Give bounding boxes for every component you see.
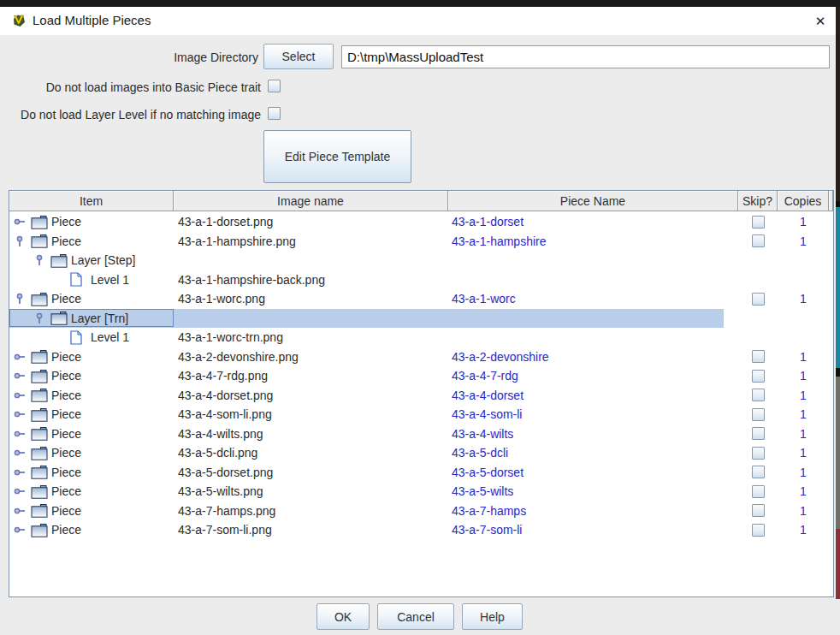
table-row[interactable]: Piece43-a-4-dorset.png43-a-4-dorset1 <box>9 386 833 406</box>
edit-piece-template-button[interactable]: Edit Piece Template <box>263 130 411 183</box>
item-label: Piece <box>51 520 81 540</box>
table-row[interactable]: Piece43-a-4-wilts.png43-a-4-wilts1 <box>9 424 833 444</box>
image-name-cell: 43-a-5-wilts.png <box>178 482 263 501</box>
skip-checkbox[interactable] <box>752 293 765 306</box>
piece-name-cell[interactable]: 43-a-4-7-rdg <box>452 366 518 386</box>
image-name-cell: 43-a-7-hamps.png <box>178 501 275 521</box>
image-name-cell: 43-a-1-worc.png <box>178 289 265 309</box>
close-icon: ✕ <box>815 14 826 28</box>
table-row[interactable]: Piece43-a-5-dorset.png43-a-5-dorset1 <box>9 463 833 483</box>
table-body: Piece43-a-1-dorset.png43-a-1-dorset1Piec… <box>9 212 833 540</box>
copies-cell[interactable]: 1 <box>778 482 829 501</box>
item-label: Piece <box>51 501 81 521</box>
copies-cell[interactable]: 1 <box>778 386 829 406</box>
item-label: Piece <box>51 463 81 483</box>
table-row[interactable]: Piece43-a-7-som-li.png43-a-7-som-li1 <box>9 520 833 540</box>
item-label: Piece <box>51 386 81 406</box>
table-row[interactable]: Piece43-a-5-dcli.png43-a-5-dcli1 <box>9 443 833 463</box>
table-row[interactable]: Layer [Trn] <box>9 309 833 329</box>
table-row[interactable]: Level 143-a-1-hampshire-back.png <box>9 270 833 290</box>
piece-name-cell[interactable]: 43-a-7-hamps <box>452 501 526 521</box>
copies-cell[interactable]: 1 <box>778 289 829 309</box>
piece-name-cell[interactable]: 43-a-5-wilts <box>452 482 513 501</box>
copies-cell[interactable]: 1 <box>778 424 829 444</box>
piece-name-cell[interactable]: 43-a-2-devonshire <box>452 347 549 367</box>
skip-checkbox[interactable] <box>752 524 765 537</box>
tree-collapse-handle-icon[interactable] <box>13 523 27 543</box>
pieces-table: ItemImage namePiece NameSkip?Copies Piec… <box>9 190 834 597</box>
copies-cell[interactable]: 1 <box>778 232 829 252</box>
table-row[interactable]: Layer [Step] <box>9 251 833 270</box>
table-row[interactable]: Piece43-a-1-hampshire.png43-a-1-hampshir… <box>9 232 833 252</box>
piece-name-cell[interactable]: 43-a-4-som-li <box>452 405 522 424</box>
background-app-strip <box>836 599 840 635</box>
window-title: Load Multiple Pieces <box>33 13 151 27</box>
table-row[interactable]: Piece43-a-1-dorset.png43-a-1-dorset1 <box>9 212 833 232</box>
item-label: Layer [Step] <box>71 251 136 270</box>
table-row[interactable]: Piece43-a-4-som-li.png43-a-4-som-li1 <box>9 405 833 424</box>
ok-button[interactable]: OK <box>316 603 370 630</box>
help-button-label: Help <box>480 610 505 624</box>
image-name-cell: 43-a-2-devonshire.png <box>178 347 299 367</box>
ok-button-label: OK <box>334 610 352 624</box>
piece-name-cell[interactable]: 43-a-5-dorset <box>452 463 524 483</box>
table-row[interactable]: Piece43-a-7-hamps.png43-a-7-hamps1 <box>9 501 833 521</box>
image-name-cell: 43-a-1-hampshire.png <box>178 232 296 252</box>
copies-cell[interactable]: 1 <box>778 405 829 424</box>
copies-cell[interactable]: 1 <box>778 520 829 540</box>
skip-checkbox[interactable] <box>752 350 765 363</box>
background-app-strip <box>836 201 840 207</box>
no-layer-level-checkbox[interactable] <box>268 107 281 120</box>
skip-checkbox[interactable] <box>752 466 765 478</box>
piece-name-cell[interactable]: 43-a-4-wilts <box>452 424 513 444</box>
piece-name-cell[interactable]: 43-a-1-worc <box>452 289 516 309</box>
piece-name-cell[interactable]: 43-a-7-som-li <box>452 520 522 540</box>
piece-name-cell[interactable]: 43-a-1-dorset <box>452 212 524 232</box>
copies-cell[interactable]: 1 <box>778 212 829 232</box>
item-label: Piece <box>51 424 81 444</box>
table-row[interactable]: Piece43-a-5-wilts.png43-a-5-wilts1 <box>9 482 833 501</box>
piece-name-cell[interactable]: 43-a-4-dorset <box>452 386 524 406</box>
skip-checkbox[interactable] <box>752 447 765 460</box>
close-button[interactable]: ✕ <box>807 10 833 32</box>
copies-cell[interactable]: 1 <box>778 501 829 521</box>
background-app-strip <box>836 368 840 377</box>
skip-checkbox[interactable] <box>752 408 765 421</box>
image-name-cell: 43-a-7-som-li.png <box>178 520 272 540</box>
item-label: Level 1 <box>91 328 129 347</box>
copies-cell[interactable]: 1 <box>778 463 829 483</box>
skip-checkbox[interactable] <box>752 485 765 498</box>
help-button[interactable]: Help <box>462 603 523 630</box>
skip-checkbox[interactable] <box>752 504 765 517</box>
table-row[interactable]: Piece43-a-2-devonshire.png43-a-2-devonsh… <box>9 347 833 367</box>
image-name-cell: 43-a-4-wilts.png <box>178 424 263 444</box>
column-header-piece-name: Piece Name <box>448 191 738 211</box>
table-row[interactable]: Piece43-a-1-worc.png43-a-1-worc1 <box>9 289 833 309</box>
copies-cell[interactable]: 1 <box>778 443 829 463</box>
skip-checkbox[interactable] <box>752 427 765 440</box>
skip-checkbox[interactable] <box>752 234 765 247</box>
piece-name-cell[interactable]: 43-a-5-dcli <box>452 443 508 463</box>
item-label: Piece <box>51 482 81 501</box>
no-basic-piece-images-checkbox[interactable] <box>268 80 281 92</box>
copies-cell[interactable]: 1 <box>778 347 829 367</box>
piece-name-cell[interactable]: 43-a-1-hampshire <box>452 232 547 252</box>
image-name-cell: 43-a-1-dorset.png <box>178 212 273 232</box>
select-button[interactable]: Select <box>263 44 334 69</box>
cancel-button[interactable]: Cancel <box>377 603 454 630</box>
copies-cell[interactable]: 1 <box>778 366 829 386</box>
skip-checkbox[interactable] <box>752 216 765 228</box>
table-row[interactable]: Level 143-a-1-worc-trn.png <box>9 328 833 347</box>
column-header-image-name: Image name <box>174 191 448 211</box>
image-name-cell: 43-a-1-worc-trn.png <box>178 328 283 347</box>
no-layer-level-label: Do not load Layer Level if no matching i… <box>0 108 261 122</box>
image-name-cell: 43-a-4-7-rdg.png <box>178 366 268 386</box>
background-app-top-strip <box>0 0 840 7</box>
skip-checkbox[interactable] <box>752 370 765 383</box>
table-row[interactable]: Piece43-a-4-7-rdg.png43-a-4-7-rdg1 <box>9 366 833 386</box>
image-name-cell: 43-a-5-dorset.png <box>178 463 273 483</box>
image-name-cell: 43-a-5-dcli.png <box>178 443 257 463</box>
skip-checkbox[interactable] <box>752 389 765 401</box>
image-directory-input[interactable] <box>341 45 830 68</box>
select-button-label: Select <box>282 50 316 63</box>
